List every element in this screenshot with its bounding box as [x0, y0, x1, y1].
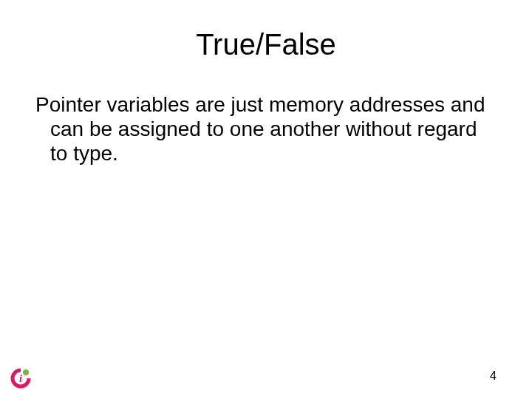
question-text: Pointer variables are just memory addres… [35, 92, 489, 166]
svg-point-1 [23, 369, 29, 375]
svg-text:i: i [19, 373, 22, 384]
slide: True/False Pointer variables are just me… [0, 0, 532, 399]
info-icon: i [10, 368, 31, 389]
page-number: 4 [490, 369, 497, 383]
slide-title: True/False [35, 28, 497, 61]
slide-body: Pointer variables are just memory addres… [35, 92, 497, 166]
